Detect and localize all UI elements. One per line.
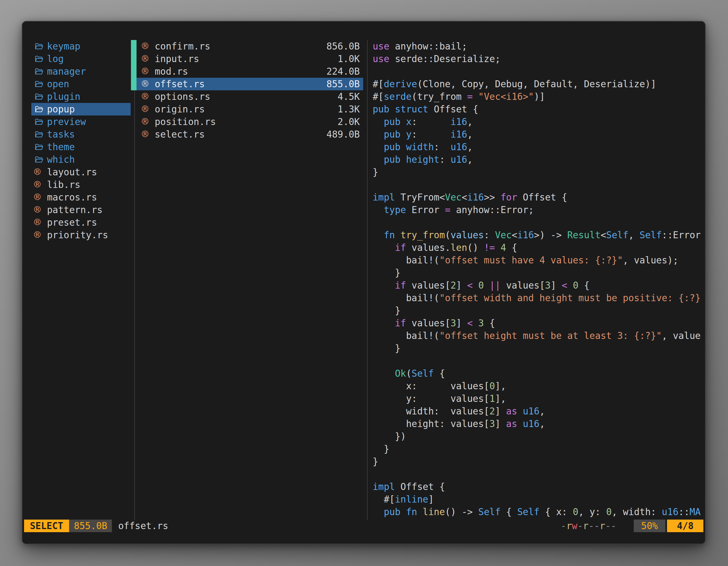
rust-file-icon: ® [34, 230, 47, 241]
item-label: lib.rs [47, 179, 80, 191]
file-list-item[interactable]: ®origin.rs1.3K [136, 103, 363, 116]
code-line: #[inline] [373, 493, 705, 506]
code-line: pub fn line() -> Self { Self { x: 0, y: … [373, 506, 705, 518]
file-list-item[interactable]: ®options.rs4.5K [136, 90, 363, 103]
file-size-badge: 855.0B [69, 520, 112, 532]
code-line: width: values[2] as u16, [373, 405, 705, 417]
permissions-text: -rw-r--r-- [561, 520, 616, 532]
parent-folder-item[interactable]: open [31, 78, 131, 90]
file-name: select.rs [155, 128, 205, 141]
parent-file-item[interactable]: ®preset.rs [31, 216, 131, 229]
code-line: type Error = anyhow::Error; [373, 204, 705, 216]
panes-container: keymaplogmanageropenpluginpopuppreviewta… [22, 40, 705, 520]
code-line: x: values[0], [373, 380, 705, 392]
rust-file-icon: ® [142, 129, 155, 140]
folder-open-icon [34, 55, 47, 64]
item-label: popup [47, 103, 75, 116]
code-line: Ok(Self { [373, 367, 705, 380]
code-line: impl TryFrom<Vec<i16>> for Offset { [373, 191, 705, 204]
code-line: } [373, 166, 705, 179]
parent-folder-item[interactable]: log [31, 53, 131, 65]
code-line: }) [373, 430, 705, 443]
file-list-item[interactable]: ®input.rs1.0K [136, 53, 363, 65]
parent-folder-item[interactable]: manager [31, 65, 131, 78]
item-label: keymap [47, 40, 80, 53]
folder-open-icon [34, 155, 47, 164]
item-label: plugin [47, 90, 80, 103]
parent-folder-item[interactable]: keymap [31, 40, 131, 53]
rust-file-icon: ® [34, 217, 47, 228]
item-label: theme [47, 141, 75, 153]
code-line [373, 468, 705, 480]
code-line: height: values[3] as u16, [373, 417, 705, 430]
item-label: log [47, 53, 64, 65]
item-label: manager [47, 65, 86, 78]
marked-indicator [131, 65, 137, 78]
item-label: tasks [47, 128, 75, 141]
folder-open-icon [34, 143, 47, 152]
item-label: macros.rs [47, 191, 97, 204]
folder-open-icon [34, 130, 47, 139]
rust-file-icon: ® [142, 54, 155, 64]
file-list-item[interactable]: ®offset.rs855.0B [136, 78, 363, 90]
file-list-item[interactable]: ®position.rs2.0K [136, 116, 363, 128]
folder-open-icon [34, 67, 47, 76]
rust-file-icon: ® [142, 41, 155, 52]
parent-folder-item[interactable]: plugin [31, 90, 131, 103]
code-line: pub y: i16, [373, 128, 705, 141]
item-label: priority.rs [47, 229, 108, 241]
file-size: 224.0B [327, 65, 360, 78]
folder-open-icon [34, 92, 47, 101]
cursor-position-badge: 4/8 [667, 520, 703, 532]
code-line: if values.len() != 4 { [373, 241, 705, 254]
folder-open-icon [34, 42, 47, 51]
rust-file-icon: ® [142, 117, 155, 127]
rust-file-icon: ® [142, 91, 155, 102]
code-line: } [373, 267, 705, 279]
current-pane-list: ®confirm.rs856.0B®input.rs1.0K®mod.rs224… [134, 40, 367, 520]
file-list-item[interactable]: ®confirm.rs856.0B [136, 40, 363, 53]
rust-file-icon: ® [34, 205, 47, 215]
file-list-item[interactable]: ®select.rs489.0B [136, 128, 363, 141]
folder-open-icon [34, 118, 47, 126]
file-list-item[interactable]: ®mod.rs224.0B [136, 65, 363, 78]
preview-pane[interactable]: use anyhow::bail;use serde::Deserialize;… [367, 40, 705, 520]
parent-file-item[interactable]: ®lib.rs [31, 179, 131, 191]
rust-file-icon: ® [34, 167, 47, 178]
rust-file-icon: ® [142, 104, 155, 115]
parent-folder-item[interactable]: tasks [31, 128, 131, 141]
code-line: } [373, 304, 705, 317]
file-size: 489.0B [327, 128, 360, 141]
code-line: bail!("offset must have 4 values: {:?}",… [373, 254, 705, 267]
code-line: pub width: u16, [373, 141, 705, 153]
code-line: pub height: u16, [373, 153, 705, 166]
parent-folder-item[interactable]: popup [31, 103, 131, 116]
parent-file-item[interactable]: ®pattern.rs [31, 204, 131, 216]
file-size: 1.3K [338, 103, 360, 116]
rust-file-icon: ® [34, 180, 47, 190]
code-line: #[serde(try_from = "Vec<i16>")] [373, 90, 705, 103]
parent-folder-item[interactable]: which [31, 153, 131, 166]
code-line [373, 65, 705, 78]
parent-file-item[interactable]: ®priority.rs [31, 229, 131, 241]
marked-indicator [131, 53, 137, 65]
parent-file-item[interactable]: ®layout.rs [31, 166, 131, 179]
parent-folder-item[interactable]: theme [31, 141, 131, 153]
item-label: preset.rs [47, 216, 97, 229]
item-label: which [47, 153, 75, 166]
file-size: 855.0B [327, 78, 360, 90]
code-line: #[derive(Clone, Copy, Debug, Default, De… [373, 78, 705, 90]
parent-folder-item[interactable]: preview [31, 116, 131, 128]
parent-pane-list: keymaplogmanageropenpluginpopuppreviewta… [22, 40, 134, 520]
parent-file-item[interactable]: ®macros.rs [31, 191, 131, 204]
file-size: 2.0K [338, 116, 360, 128]
code-line: y: values[1], [373, 392, 705, 405]
code-line: fn try_from(values: Vec<i16>) -> Result<… [373, 229, 705, 241]
code-line: bail!("offset height must be at least 3:… [373, 329, 705, 342]
file-name: confirm.rs [155, 40, 210, 53]
rust-file-icon: ® [34, 192, 47, 203]
code-line: if values[2] < 0 || values[3] < 0 { [373, 279, 705, 292]
code-line: } [373, 342, 705, 354]
item-label: layout.rs [47, 166, 97, 179]
file-name: input.rs [155, 53, 199, 65]
